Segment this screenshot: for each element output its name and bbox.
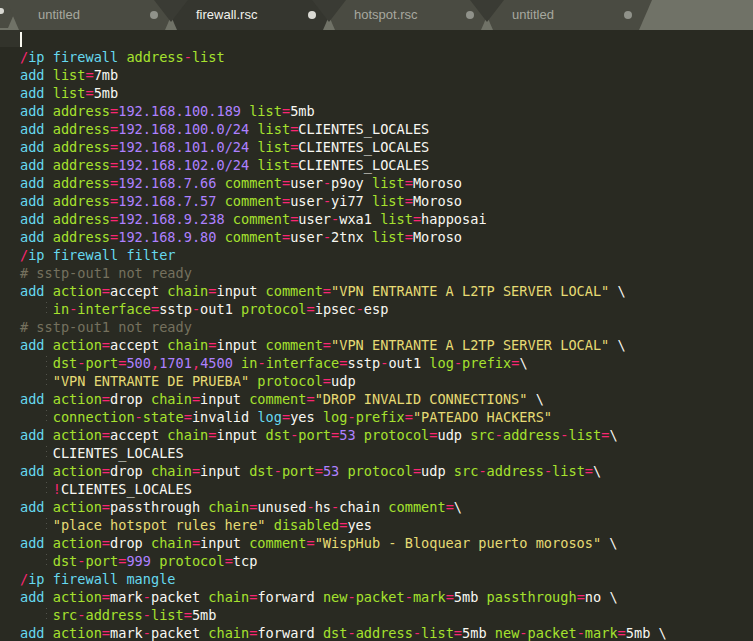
token-operator: = — [413, 211, 421, 227]
code-line[interactable]: dst-port=999 protocol=tcp — [0, 552, 753, 570]
tab-firewall-rsc-2[interactable]: firewall.rsc — [164, 0, 336, 30]
token-operator: = — [86, 67, 94, 83]
code-line[interactable]: add action=accept chain=input comment="V… — [0, 336, 753, 354]
code-line[interactable]: add address=192.168.9.238 comment=user-w… — [0, 210, 753, 228]
modified-dot-icon[interactable] — [308, 11, 316, 19]
tab-hotspot-rsc-3[interactable]: hotspot.rsc — [322, 0, 494, 30]
token-property: list — [552, 463, 585, 479]
modified-dot-icon[interactable] — [150, 11, 158, 19]
code-line[interactable]: add address=192.168.102.0/24 list=CLIENT… — [0, 156, 753, 174]
code-line[interactable]: add action=drop chain=input comment="DRO… — [0, 390, 753, 408]
token-plain: packet — [151, 625, 208, 641]
code-line[interactable]: src-address-list=5mb — [0, 606, 753, 624]
modified-dot-icon[interactable] — [624, 11, 632, 19]
indent-guide — [46, 446, 47, 460]
token-operator: = — [110, 229, 118, 245]
token-operator: - — [323, 175, 331, 191]
token-property: list — [372, 175, 405, 191]
token-property: chain — [151, 463, 192, 479]
token-keyword: add — [20, 427, 53, 443]
token-operator: - — [274, 463, 282, 479]
token-property: port — [298, 427, 331, 443]
tab-untitled-1[interactable]: untitled — [6, 0, 178, 30]
token-property: address — [356, 625, 413, 641]
token-property: dst — [323, 625, 348, 641]
code-line[interactable]: add list=5mb — [0, 84, 753, 102]
code-line[interactable]: add address=192.168.101.0/24 list=CLIENT… — [0, 138, 753, 156]
token-keyword: add — [20, 193, 53, 209]
indent-guide — [46, 356, 47, 370]
code-line[interactable]: CLIENTES_LOCALES — [0, 444, 753, 462]
code-line[interactable]: add address=192.168.100.0/24 list=CLIENT… — [0, 120, 753, 138]
token-property: chain — [167, 283, 208, 299]
token-property: interface — [77, 301, 151, 317]
token-keyword: ip firewall filter — [28, 247, 175, 263]
code-line[interactable]: dst-port=500,1701,4500 in-interface=sstp… — [0, 354, 753, 372]
token-plain: wxa1 — [339, 211, 380, 227]
code-line[interactable]: add action=drop chain=input dst-port=53 … — [0, 462, 753, 480]
code-line[interactable]: # sstp-out1 not ready — [0, 264, 753, 282]
code-editor[interactable]: /ip firewall address-listadd list=7mbadd… — [0, 30, 753, 641]
code-line[interactable]: connection-state=invalid log=yes log-pre… — [0, 408, 753, 426]
token-keyword: add — [20, 85, 53, 101]
code-line[interactable]: add action=drop chain=input comment="Wis… — [0, 534, 753, 552]
code-line[interactable]: add address=192.168.9.80 comment=user-2t… — [0, 228, 753, 246]
code-line[interactable]: add address=192.168.7.57 comment=user-yi… — [0, 192, 753, 210]
token-operator: - — [577, 625, 585, 641]
code-line[interactable]: add action=passthrough chain=unused-hs-c… — [0, 498, 753, 516]
token-property: comment — [266, 283, 323, 299]
tab-label: hotspot.rsc — [354, 0, 418, 30]
token-property: list — [151, 607, 184, 623]
token-operator: - — [405, 589, 413, 605]
token-plain: udp — [421, 463, 454, 479]
code-line[interactable]: "VPN ENTRANTE DE PRUEBA" protocol=udp — [0, 372, 753, 390]
token-number: 192.168.7.57 — [118, 193, 216, 209]
code-line[interactable]: add address=192.168.100.189 list=5mb — [0, 102, 753, 120]
token-plain: yi77 — [331, 193, 372, 209]
code-line[interactable]: /ip firewall address-list — [0, 48, 753, 66]
code-line[interactable]: # sstp-out1 not ready — [0, 318, 753, 336]
code-line[interactable]: add action=accept chain=input dst-port=5… — [0, 426, 753, 444]
code-line[interactable] — [0, 30, 753, 48]
token-operator: = — [192, 535, 200, 551]
token-operator: - — [323, 193, 331, 209]
code-line[interactable]: in-interface=sstp-out1 protocol=ipsec-es… — [0, 300, 753, 318]
code-line[interactable]: !CLIENTES_LOCALES — [0, 480, 753, 498]
token-operator: = — [151, 301, 159, 317]
code-line[interactable]: add action=mark-packet chain=forward dst… — [0, 624, 753, 641]
token-property: interface — [266, 355, 340, 371]
token-number: 53 — [339, 427, 355, 443]
token-plain: hs — [315, 499, 331, 515]
token-number: 192.168.100.0/24 — [118, 121, 249, 137]
code-line[interactable]: add action=accept chain=input comment="V… — [0, 282, 753, 300]
token-property: prefix — [462, 355, 511, 371]
token-plain: invalid — [192, 409, 257, 425]
code-line[interactable]: add list=7mb — [0, 66, 753, 84]
token-string: "PATEADO HACKERS" — [413, 409, 552, 425]
token-plain — [356, 427, 364, 443]
token-property: list — [257, 157, 290, 173]
token-operator: = — [618, 625, 626, 641]
tab-untitled-4[interactable]: untitled — [480, 0, 652, 30]
token-property: protocol — [159, 553, 224, 569]
token-property: log — [323, 409, 348, 425]
token-property: chain — [208, 589, 249, 605]
code-line[interactable]: add action=mark-packet chain=forward new… — [0, 588, 753, 606]
code-line[interactable]: add address=192.168.7.66 comment=user-p9… — [0, 174, 753, 192]
token-operator: / — [20, 571, 28, 587]
token-operator: - — [519, 625, 527, 641]
token-operator: , — [151, 355, 159, 371]
code-line[interactable]: /ip firewall filter — [0, 246, 753, 264]
token-plain: Moroso — [413, 229, 462, 245]
token-operator: - — [135, 409, 143, 425]
modified-dot-icon[interactable] — [466, 11, 474, 19]
token-operator: = — [306, 391, 314, 407]
token-string: "VPN ENTRANTE A L2TP SERVER LOCAL" — [331, 283, 609, 299]
token-operator: = — [102, 625, 110, 641]
token-plain: input — [200, 535, 249, 551]
token-operator: = — [86, 85, 94, 101]
code-line[interactable]: "place hotspot rules here" disabled=yes — [0, 516, 753, 534]
token-property: address — [503, 427, 560, 443]
token-plain — [266, 517, 274, 533]
code-line[interactable]: /ip firewall mangle — [0, 570, 753, 588]
